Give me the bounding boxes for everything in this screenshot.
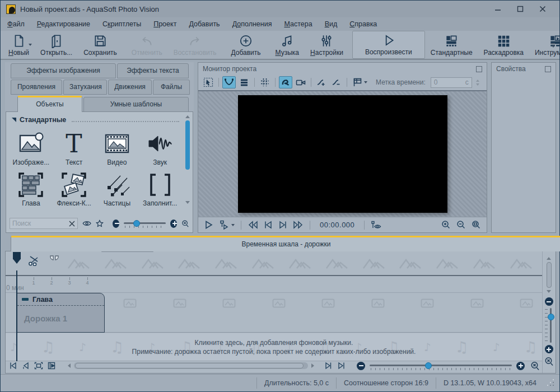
slider-thumb[interactable]: [133, 220, 140, 227]
music-button[interactable]: Музыка: [270, 31, 305, 59]
object-particles[interactable]: Частицы: [96, 170, 139, 207]
rewind-button[interactable]: [246, 221, 259, 229]
monitor-zoom-in-button[interactable]: [440, 220, 452, 230]
zoom-in-button[interactable]: [170, 220, 177, 228]
section-standard[interactable]: Стандартные: [6, 112, 193, 125]
close-button[interactable]: [531, 2, 554, 16]
transport-play-button[interactable]: [203, 220, 214, 230]
save-button[interactable]: Сохранить: [78, 31, 123, 59]
menu-add[interactable]: Добавить: [189, 20, 220, 28]
timestamp-input[interactable]: [434, 78, 465, 86]
play-button[interactable]: Воспроизвести: [352, 31, 425, 59]
object-image[interactable]: Изображе...: [10, 129, 53, 166]
monitor-viewport[interactable]: [198, 91, 487, 217]
tab-reveals[interactable]: Проявления: [11, 80, 62, 95]
scroll-down-icon[interactable]: [185, 201, 190, 204]
float-panel-button[interactable]: [545, 66, 551, 72]
select-tool-button[interactable]: [202, 76, 215, 88]
object-placeholder[interactable]: Заполнит...: [138, 170, 181, 207]
add-button[interactable]: Добавить: [226, 31, 267, 59]
tab-objects[interactable]: Объекты: [17, 96, 82, 112]
play-pane-button[interactable]: [46, 362, 58, 370]
undo-button[interactable]: Отменить: [126, 31, 168, 59]
menu-scriptlets[interactable]: Скриптлеты: [102, 20, 141, 28]
skip-to-end-button[interactable]: [277, 221, 288, 229]
object-text[interactable]: T Текст: [53, 129, 96, 166]
scroll-down-icon[interactable]: [547, 290, 551, 293]
background-music-track[interactable]: ♪♫♪♫♪♫♪♫♪♫♪♫♪♫♪♫ Кликните здесь, для доб…: [6, 333, 542, 361]
scroll-right-icon[interactable]: [311, 363, 316, 368]
timeline-vscrollbar[interactable]: [547, 257, 552, 293]
scrollbar-thumb[interactable]: [185, 120, 190, 170]
zoom-out-button[interactable]: [113, 220, 119, 228]
menu-view[interactable]: Вид: [325, 20, 338, 28]
timeline-zoom-out-button[interactable]: [357, 362, 365, 370]
next-chapter-button[interactable]: [323, 362, 334, 370]
playhead-line[interactable]: [16, 270, 17, 361]
slider-thumb[interactable]: [425, 362, 432, 369]
video-preview-screen[interactable]: [238, 95, 447, 213]
favorites-star-icon[interactable]: [96, 219, 104, 228]
storyboard-button[interactable]: Раскадровка: [478, 31, 529, 59]
timeline-ruler[interactable]: 1 2 3 4 0 мин: [6, 275, 542, 292]
search-input[interactable]: [12, 220, 69, 227]
minimize-button[interactable]: [487, 2, 509, 16]
timeline-hscrollbar[interactable]: [74, 362, 308, 369]
chevron-down-icon[interactable]: [29, 44, 32, 46]
object-chapter[interactable]: Глава: [10, 170, 53, 207]
object-sound[interactable]: Звук: [138, 129, 181, 166]
tools-button[interactable]: Инструменты: [529, 31, 560, 59]
float-panel-button[interactable]: [476, 66, 482, 72]
tab-image-effects[interactable]: Эффекты изображения: [11, 63, 116, 78]
track-zoom-in-button[interactable]: [545, 345, 553, 353]
previous-item-button[interactable]: [21, 362, 31, 370]
frame-selection-button[interactable]: [33, 362, 44, 370]
timeline-zoom-reset-icon[interactable]: [530, 361, 540, 371]
cut-scissors-button[interactable]: [28, 255, 40, 266]
open-button[interactable]: Открыть...: [35, 31, 78, 59]
go-to-start-button[interactable]: [8, 362, 18, 370]
motion-path-button[interactable]: [222, 76, 236, 88]
tab-timeline-tracks[interactable]: Временная шкала - дорожки: [11, 236, 560, 251]
object-video[interactable]: Видео: [96, 129, 139, 166]
menu-wizards[interactable]: Мастера: [284, 20, 312, 28]
collapse-chapter-icon[interactable]: [22, 298, 29, 301]
settings-button[interactable]: Настройки: [305, 31, 349, 59]
menu-help[interactable]: Справка: [349, 20, 377, 28]
remove-keyframe-button[interactable]: [330, 76, 343, 88]
curve-mode-button[interactable]: [279, 76, 292, 88]
tab-text-effects[interactable]: Эффекты текста: [117, 63, 189, 78]
fast-forward-button[interactable]: [292, 221, 305, 229]
resize-grip[interactable]: [547, 379, 555, 387]
skip-to-start-button[interactable]: [263, 221, 274, 229]
play-from-marker-button[interactable]: [218, 220, 236, 230]
menu-file[interactable]: Файл: [7, 20, 25, 28]
grid-button[interactable]: [258, 76, 272, 88]
vscrollbar-thumb[interactable]: [547, 262, 552, 288]
objects-scrollbar[interactable]: [184, 115, 191, 215]
marker-list-button[interactable]: [351, 76, 368, 88]
camera-pan-button[interactable]: [294, 76, 307, 88]
track-height-slider[interactable]: [544, 308, 554, 343]
track-zoom-reset-icon[interactable]: [544, 357, 554, 366]
zoom-reset-icon[interactable]: [181, 219, 189, 228]
tab-fades[interactable]: Затухания: [63, 80, 107, 95]
monitor-zoom-out-button[interactable]: [455, 220, 467, 230]
menu-addons[interactable]: Дополнения: [232, 20, 272, 28]
tab-files[interactable]: Файлы: [153, 80, 190, 95]
scroll-up-icon[interactable]: [547, 257, 551, 260]
timeline-zoom-in-button[interactable]: [516, 362, 525, 370]
go-to-end-button[interactable]: [336, 362, 347, 370]
tab-smart-templates[interactable]: Умные шаблоны: [83, 97, 189, 112]
menu-project[interactable]: Проект: [153, 20, 176, 28]
timeline-zoom-slider[interactable]: [370, 361, 512, 370]
standard-view-button[interactable]: Стандартные: [425, 31, 478, 59]
slider-thumb[interactable]: [548, 314, 554, 320]
layers-button[interactable]: [237, 76, 251, 88]
timestamp-spinner[interactable]: [476, 80, 479, 86]
add-keyframe-button[interactable]: [315, 76, 328, 88]
thumbnail-size-slider[interactable]: [124, 219, 166, 228]
split-clip-button[interactable]: [49, 255, 59, 264]
redo-button[interactable]: Восстановить: [168, 31, 222, 59]
tab-motions[interactable]: Движения: [108, 80, 152, 95]
